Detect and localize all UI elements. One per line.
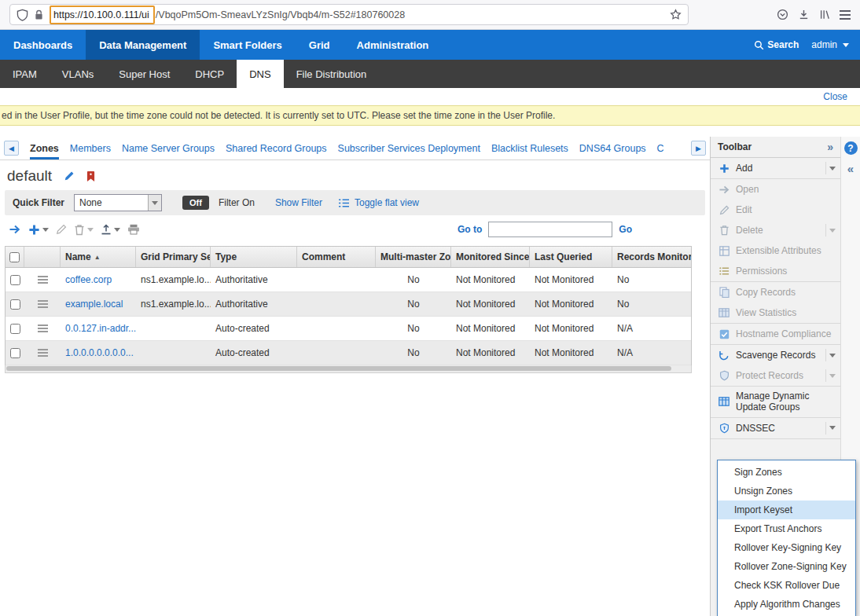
zone-link[interactable]: coffee.corp [65, 274, 112, 285]
zone-link[interactable]: example.local [65, 299, 123, 310]
row-menu-icon[interactable] [38, 352, 48, 354]
scrollbar-thumb[interactable] [6, 366, 671, 371]
add-caret-icon[interactable] [42, 228, 49, 232]
menu-item-unsign-zones[interactable]: Unsign Zones [718, 482, 855, 500]
column-header-name[interactable]: Name▲ [61, 247, 136, 267]
nav-item-smart-folders[interactable]: Smart Folders [200, 30, 295, 60]
subnav-item-ipam[interactable]: IPAM [0, 60, 50, 88]
nav-item-grid[interactable]: Grid [296, 30, 344, 60]
subnav-item-super-host[interactable]: Super Host [106, 60, 182, 88]
toolbar-manage-dynamic-update-groups-button[interactable]: Manage Dynamic Update Groups [711, 387, 840, 417]
cell-grid-primary [136, 341, 211, 365]
menu-item-import-keyset[interactable]: Import Keyset [718, 500, 855, 519]
column-header-monitored-since[interactable]: Monitored Since [451, 247, 530, 267]
tab-truncated[interactable]: C [657, 137, 664, 160]
browser-menu-icon[interactable] [840, 14, 851, 16]
export-split-button[interactable] [101, 224, 120, 235]
column-header-grid-primary[interactable]: Grid Primary Se... [136, 247, 211, 267]
row-checkbox[interactable] [10, 324, 20, 334]
tab-subscriber-services-deployment[interactable]: Subscriber Services Deployment [338, 137, 480, 160]
toggle-flat-view[interactable]: Toggle flat view [338, 197, 419, 208]
tab-name-server-groups[interactable]: Name Server Groups [122, 137, 215, 160]
tabs-scroll-left-button[interactable]: ◀ [4, 141, 19, 156]
dnssec-dropdown-caret[interactable] [825, 422, 839, 434]
subnav-label: Super Host [119, 68, 170, 80]
horizontal-scrollbar[interactable] [5, 365, 692, 373]
subnav-item-dns[interactable]: DNS [237, 60, 283, 88]
toolbar-permissions-button: Permissions [711, 261, 840, 281]
select-all-checkbox[interactable] [9, 252, 20, 262]
table-row[interactable]: 0.0.127.in-addr... Auto-created No Not M… [6, 317, 691, 341]
cell-monitored-since: Not Monitored [451, 268, 530, 292]
tab-dns64-groups[interactable]: DNS64 Groups [579, 137, 646, 160]
tracking-shield-icon[interactable] [17, 9, 28, 21]
menu-item-rollover-key-signing-key[interactable]: Rollover Key-Signing Key [718, 538, 855, 557]
column-header-type[interactable]: Type [211, 247, 297, 267]
row-checkbox[interactable] [10, 299, 20, 310]
toolbar-item-label: View Statistics [736, 307, 839, 318]
url-text: https://10.100.0.111/ui/VbqoPm5Om-SmeavL… [50, 6, 663, 24]
edit-title-icon[interactable] [64, 170, 75, 182]
menu-item-check-ksk-rollover-due[interactable]: Check KSK Rollover Due [718, 576, 855, 595]
tab-members[interactable]: Members [70, 137, 111, 160]
lock-icon[interactable] [35, 9, 43, 20]
tab-blacklist-rulesets[interactable]: Blacklist Rulesets [491, 137, 568, 160]
row-checkbox[interactable] [10, 348, 20, 358]
expand-toolbar-icon[interactable]: » [827, 141, 833, 153]
collapse-panel-icon[interactable]: « [847, 162, 854, 175]
bookmark-icon[interactable] [86, 170, 95, 182]
row-menu-icon[interactable] [38, 303, 48, 305]
toolbar-dnssec-button[interactable]: DNSSEC [711, 418, 840, 438]
nav-item-dashboards[interactable]: Dashboards [0, 30, 86, 60]
zone-link[interactable]: 1.0.0.0.0.0.0.0... [65, 347, 134, 358]
print-icon[interactable] [127, 224, 140, 235]
global-search-button[interactable]: Search [754, 39, 799, 50]
menu-item-rollover-zone-signing-key[interactable]: Rollover Zone-Signing Key [718, 557, 855, 576]
row-menu-icon[interactable] [38, 328, 48, 329]
help-icon[interactable]: ? [844, 141, 858, 155]
table-row[interactable]: 1.0.0.0.0.0.0.0... Auto-created No Not M… [6, 341, 691, 365]
column-label: Last Queried [535, 251, 592, 262]
subnav-item-vlans[interactable]: VLANs [50, 60, 106, 88]
tab-zones[interactable]: Zones [30, 137, 59, 160]
menu-item-sign-zones[interactable]: Sign Zones [718, 463, 855, 482]
toolbar-scavenge-records-button[interactable]: Scavenge Records [711, 345, 840, 365]
bookmark-star-icon[interactable] [670, 9, 682, 20]
nav-item-administration[interactable]: Administration [344, 30, 443, 60]
row-menu-icon[interactable] [38, 279, 48, 280]
menu-item-export-trust-anchors[interactable]: Export Trust Anchors [718, 519, 855, 538]
show-filter-link[interactable]: Show Filter [275, 197, 322, 208]
row-checkbox[interactable] [10, 275, 20, 285]
url-bar[interactable]: https://10.100.0.111/ui/VbqoPm5Om-SmeavL… [9, 4, 689, 25]
close-link[interactable]: Close [823, 91, 847, 102]
toolbar-add-button[interactable]: Add [711, 158, 840, 178]
pocket-icon[interactable] [777, 9, 788, 20]
subnav-item-dhcp[interactable]: DHCP [182, 60, 237, 88]
tabs-scroll-right-button[interactable]: ▶ [691, 141, 706, 156]
library-icon[interactable] [819, 9, 830, 20]
zone-link[interactable]: 0.0.127.in-addr... [65, 323, 136, 334]
column-header-records-monitored[interactable]: Records Monitored [612, 247, 691, 267]
subnav-item-file-distribution[interactable]: File Distribution [284, 60, 380, 88]
filter-toggle-button[interactable]: Off [182, 196, 209, 210]
delete-split-button [74, 224, 94, 236]
column-header-last-queried[interactable]: Last Queried [530, 247, 612, 267]
table-row[interactable]: coffee.corp ns1.example.lo... Authoritat… [6, 268, 691, 292]
export-caret-icon[interactable] [114, 228, 120, 232]
user-menu[interactable]: admin [811, 39, 849, 50]
add-split-button[interactable] [28, 224, 49, 236]
column-label: Grid Primary Se... [141, 251, 211, 262]
downloads-icon[interactable] [798, 9, 810, 20]
scavenge-dropdown-caret[interactable] [825, 349, 839, 361]
go-button[interactable]: Go [619, 224, 632, 235]
column-header-multi-master[interactable]: Multi-master Zone [376, 247, 451, 267]
open-arrow-icon[interactable] [9, 224, 21, 235]
nav-item-data-management[interactable]: Data Management [86, 30, 200, 60]
table-row[interactable]: example.local ns1.example.lo... Authorit… [6, 292, 691, 317]
column-header-comment[interactable]: Comment [297, 247, 376, 267]
tab-shared-record-groups[interactable]: Shared Record Groups [226, 137, 327, 160]
quick-filter-select[interactable]: None [74, 194, 162, 211]
goto-input[interactable] [488, 222, 612, 237]
add-dropdown-caret[interactable] [825, 162, 839, 174]
menu-item-apply-algorithm-changes[interactable]: Apply Algorithm Changes [718, 595, 855, 614]
